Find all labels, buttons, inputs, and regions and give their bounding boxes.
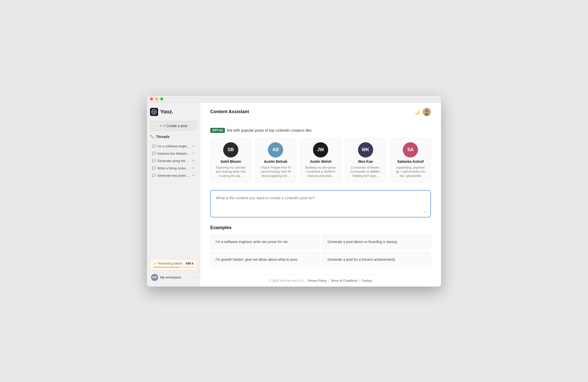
creator-name: Wes Kao: [358, 159, 373, 164]
header-actions: 🌙: [414, 108, 431, 116]
creators-grid: SB Sahil Bloom Exploring my curiosity an…: [210, 138, 431, 183]
tokens-value: 645 k: [186, 262, 194, 265]
creator-card[interactable]: SA Sabeeka Ashraf copywriting, psycholo …: [390, 138, 431, 183]
thread-item-left: 💬 Generate using the writin...: [152, 159, 190, 163]
creator-desc: Building my one-perso n business to $10M…: [304, 166, 337, 178]
creator-avatar: SA: [403, 142, 418, 157]
gpt-intro: GPT-4o fed with popular posts of top Lin…: [210, 128, 431, 133]
chat-icon: 💬: [152, 159, 156, 163]
pencil-icon: ✏️: [150, 135, 154, 139]
workspace-avatar: MW: [151, 274, 158, 281]
thread-text: Improve the following Lin...: [157, 152, 190, 155]
thread-text: Write a hiring LinkedIn post: [157, 166, 190, 170]
privacy-policy-link[interactable]: Privacy Policy: [308, 279, 327, 283]
threads-label: Threads: [156, 135, 170, 139]
creator-card[interactable]: SB Sahil Bloom Exploring my curiosity an…: [210, 138, 251, 183]
gpt-badge: GPT-4o: [210, 128, 225, 133]
footer-copyright: © 2024 Yooz by Aivot LLC.: [269, 279, 305, 283]
titlebar: [147, 96, 441, 103]
logo-icon: [150, 108, 158, 116]
thread-text: Generate using the writin...: [157, 159, 190, 163]
examples-section: Examples I'm a software engineer write t…: [210, 225, 431, 267]
tokens-header: ⚡ Remaining tokens 645 k: [153, 262, 194, 265]
chat-icon: 💬: [152, 152, 156, 155]
svg-point-2: [425, 109, 428, 112]
creator-card[interactable]: WK Wes Kao Co-founder of Maven. Co-found…: [345, 138, 386, 183]
thread-item-left: 💬 I'm a software engineer w...: [152, 144, 190, 148]
app-body: Yooz. + + Create a post ✏️ Threads 💬 I'm…: [147, 103, 441, 287]
creator-initials: WK: [358, 142, 373, 157]
creator-desc: copywriting, psycholo gy + self-evolutio…: [394, 166, 427, 178]
app-window: Yooz. + + Create a post ✏️ Threads 💬 I'm…: [147, 96, 441, 287]
dark-mode-icon[interactable]: 🌙: [414, 109, 420, 115]
gpt-intro-text: fed with popular posts of top LinkedIn c…: [227, 128, 312, 132]
creator-name: Austin Belcak: [264, 159, 287, 164]
thread-text: Generate two posts about...: [157, 174, 190, 177]
chat-icon: 💬: [152, 144, 156, 148]
thread-item[interactable]: 💬 Generate two posts about... ✕: [150, 172, 197, 179]
tokens-bar: [153, 267, 194, 268]
workspace-name: My workspace: [160, 275, 181, 279]
creator-name: Sahil Bloom: [220, 159, 241, 164]
contact-link[interactable]: Contact: [362, 279, 372, 283]
submit-arrow-icon[interactable]: →: [422, 209, 426, 214]
close-dot[interactable]: [150, 97, 153, 100]
example-card[interactable]: Generate a post about co-founding a star…: [322, 234, 431, 249]
create-post-button[interactable]: + + Create a post: [150, 121, 197, 131]
sidebar-bottom: ⚡ Remaining tokens 645 k MW: [150, 259, 197, 283]
tokens-fill: [153, 267, 179, 268]
creator-card[interactable]: AB Austin Belcak I Teach People How To L…: [255, 138, 296, 183]
thread-item[interactable]: 💬 Generate using the writin... ✕: [150, 157, 197, 164]
prompt-input[interactable]: [216, 196, 425, 211]
chat-icon: 💬: [152, 174, 156, 177]
thread-item[interactable]: 💬 Write a hiring LinkedIn post ✕: [150, 165, 197, 172]
workspace-initials: MW: [152, 276, 157, 279]
tokens-label-text: Remaining tokens: [158, 262, 182, 265]
thread-close-icon[interactable]: ✕: [192, 166, 195, 170]
maximize-dot[interactable]: [160, 97, 163, 100]
lightning-icon: ⚡: [153, 262, 157, 265]
logo-text: Yooz.: [160, 109, 173, 115]
workspace-row: MW My workspace ···: [150, 272, 197, 283]
sidebar: Yooz. + + Create a post ✏️ Threads 💬 I'm…: [147, 103, 200, 287]
terms-link[interactable]: Terms of Conditions: [331, 279, 358, 283]
footer: © 2024 Yooz by Aivot LLC. Privacy Policy…: [200, 275, 441, 287]
creator-initials: SA: [403, 142, 418, 157]
workspace-left: MW My workspace: [151, 274, 181, 281]
thread-close-icon[interactable]: ✕: [192, 144, 195, 148]
thread-item[interactable]: 💬 I'm a software engineer w... ✕: [150, 143, 197, 150]
chat-icon: 💬: [152, 166, 156, 170]
thread-close-icon[interactable]: ✕: [192, 159, 195, 163]
example-card[interactable]: I'm a software engineer write two posts …: [210, 234, 319, 249]
creator-initials: SB: [223, 142, 238, 157]
user-avatar[interactable]: [423, 108, 431, 116]
tokens-card: ⚡ Remaining tokens 645 k: [150, 259, 197, 270]
main-header: Content Assistant 🌙: [200, 103, 441, 120]
logo-area: Yooz.: [150, 107, 197, 118]
workspace-menu-button[interactable]: ···: [193, 275, 196, 280]
examples-title: Examples: [210, 225, 431, 230]
tokens-label: ⚡ Remaining tokens: [153, 262, 182, 265]
thread-item-left: 💬 Write a hiring LinkedIn post: [152, 166, 190, 170]
creator-initials: AB: [268, 142, 283, 157]
thread-item[interactable]: 💬 Improve the following Lin... ✕: [150, 150, 197, 157]
thread-item-left: 💬 Generate two posts about...: [152, 174, 190, 177]
creator-avatar: JW: [313, 142, 328, 157]
thread-text: I'm a software engineer w...: [157, 144, 190, 148]
example-card[interactable]: Generate a post for a [recent achievemen…: [322, 252, 431, 267]
creator-desc: Exploring my curiosity and sharing what …: [215, 166, 247, 178]
example-card[interactable]: I'm growth hacker, give me ideas about w…: [210, 252, 319, 267]
main-panel: Content Assistant 🌙 GPT-4o: [200, 103, 441, 287]
minimize-dot[interactable]: [155, 97, 158, 100]
threads-section-label: ✏️ Threads: [150, 134, 197, 140]
create-post-label: + Create a post: [163, 124, 187, 128]
creator-initials: JW: [313, 142, 328, 157]
thread-list: 💬 I'm a software engineer w... ✕ 💬 Impro…: [150, 143, 197, 179]
prompt-area[interactable]: →: [210, 190, 431, 217]
creator-avatar: SB: [223, 142, 238, 157]
creator-desc: I Teach People How To Land Amazing Jobs …: [260, 166, 292, 178]
thread-close-icon[interactable]: ✕: [192, 152, 195, 155]
thread-close-icon[interactable]: ✕: [192, 174, 195, 177]
creator-card[interactable]: JW Justin Welsh Building my one-perso n …: [300, 138, 341, 183]
main-content: GPT-4o fed with popular posts of top Lin…: [200, 120, 441, 275]
